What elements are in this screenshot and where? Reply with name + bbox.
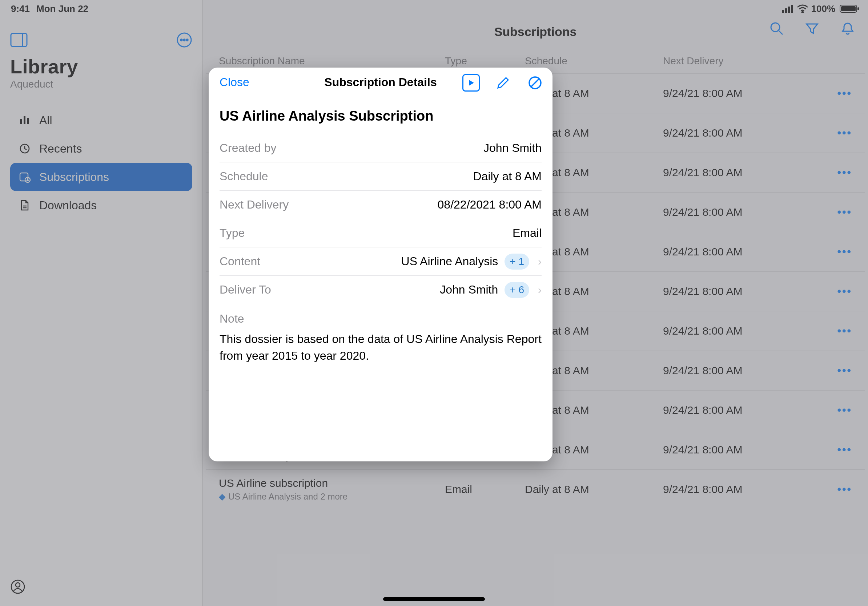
field-schedule: Schedule Daily at 8 AM	[220, 162, 542, 191]
note-text: This dossier is based on the data of US …	[220, 331, 542, 365]
field-label: Schedule	[220, 170, 268, 183]
extra-count-badge: + 1	[505, 254, 529, 270]
field-value: John Smith	[484, 141, 542, 155]
field-value: Daily at 8 AM	[473, 170, 542, 183]
field-value: US Airline Analysis	[401, 255, 498, 268]
disable-icon[interactable]	[526, 74, 544, 91]
field-label: Next Delivery	[220, 198, 288, 212]
field-label: Type	[220, 226, 245, 240]
field-content[interactable]: Content US Airline Analysis + 1 ›	[220, 247, 542, 276]
field-value: John Smith	[440, 283, 498, 297]
field-type: Type Email	[220, 219, 542, 247]
chevron-right-icon: ›	[538, 255, 542, 268]
chevron-right-icon: ›	[538, 284, 542, 296]
extra-count-badge: + 6	[505, 282, 529, 298]
note-label: Note	[220, 312, 542, 326]
home-indicator[interactable]	[383, 597, 485, 601]
field-label: Created by	[220, 141, 277, 155]
field-value: Email	[513, 226, 542, 240]
field-label: Content	[220, 255, 260, 268]
svg-line-22	[531, 79, 539, 87]
run-now-icon[interactable]	[462, 74, 480, 91]
field-created-by: Created by John Smith	[220, 134, 542, 162]
field-next-delivery: Next Delivery 08/22/2021 8:00 AM	[220, 191, 542, 219]
field-label: Deliver To	[220, 283, 271, 297]
field-value: 08/22/2021 8:00 AM	[438, 198, 542, 212]
subscription-details-modal: Close Subscription Details US Airline An…	[209, 68, 552, 461]
subscription-name: US Airline Analysis Subscription	[220, 108, 542, 124]
edit-icon[interactable]	[494, 74, 512, 91]
field-deliver-to[interactable]: Deliver To John Smith + 6 ›	[220, 276, 542, 304]
